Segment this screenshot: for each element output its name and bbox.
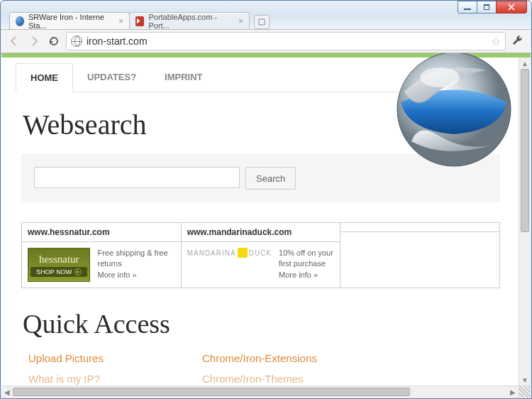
maximize-button[interactable] xyxy=(477,1,497,13)
ad-empty xyxy=(340,223,499,288)
scroll-thumb[interactable] xyxy=(521,69,529,232)
vertical-scrollbar[interactable]: ▲ ▼ xyxy=(519,58,531,386)
link-themes[interactable]: Chrome/Iron-Themes xyxy=(202,373,376,385)
ad-more-link[interactable]: More info » xyxy=(97,270,136,279)
link-what-is-my-ip[interactable]: What is my IP? xyxy=(28,373,202,385)
play-icon xyxy=(74,268,82,275)
ad-more-link[interactable]: More info » xyxy=(279,270,318,279)
url-text: iron-start.com xyxy=(87,35,487,47)
quick-links: Upload Pictures What is my IP? Chrome/Ir… xyxy=(16,352,506,385)
horizontal-scrollbar[interactable]: ◀ ▶ xyxy=(1,386,531,398)
hessnatur-banner[interactable]: hessnatur SHOP NOW xyxy=(28,248,90,282)
resize-grip-icon[interactable] xyxy=(519,386,531,398)
forward-button[interactable] xyxy=(26,33,42,49)
duck-icon xyxy=(238,248,248,258)
window-controls xyxy=(458,1,527,13)
link-upload-pictures[interactable]: Upload Pictures xyxy=(28,352,202,364)
srware-iron-logo-icon xyxy=(394,53,514,170)
toolbar: iron-start.com ☆ xyxy=(1,29,531,53)
ad-copy: 10% off on your first purchase xyxy=(279,248,334,270)
minimize-button[interactable] xyxy=(458,1,477,13)
svg-point-1 xyxy=(420,67,460,87)
close-button[interactable] xyxy=(496,1,527,13)
wrench-menu-button[interactable] xyxy=(510,34,526,48)
tab-close-icon[interactable]: × xyxy=(234,16,243,26)
browser-window: SRWare Iron - Interne Sta... × PortableA… xyxy=(0,0,532,399)
reload-button[interactable] xyxy=(46,33,62,49)
globe-icon xyxy=(71,35,82,47)
logo-part-left: MANDARINA xyxy=(187,249,236,257)
ad-domain xyxy=(340,223,499,232)
nav-home[interactable]: HOME xyxy=(16,63,73,92)
ad-hessnatur: www.hessnatur.com hessnatur SHOP NOW Fre… xyxy=(22,223,182,288)
search-input[interactable] xyxy=(34,167,240,188)
banner-logo-text: hessnatur xyxy=(39,253,79,266)
viewport: HOME UPDATES? IMPRINT Websearch Search w… xyxy=(1,53,531,386)
search-button[interactable]: Search xyxy=(245,167,296,190)
address-bar[interactable]: iron-start.com ☆ xyxy=(66,32,506,50)
back-button[interactable] xyxy=(6,33,22,49)
ad-domain: www.hessnatur.com xyxy=(22,223,181,242)
tab-close-icon[interactable]: × xyxy=(114,16,123,26)
tab-iron-start[interactable]: SRWare Iron - Interne Sta... × xyxy=(9,12,130,29)
ad-domain: www.mandarinaduck.com xyxy=(182,223,340,242)
portableapps-favicon-icon xyxy=(135,16,144,26)
bookmark-star-icon[interactable]: ☆ xyxy=(491,35,501,48)
tab-portableapps[interactable]: PortableApps.com - Port... × xyxy=(129,12,250,29)
scroll-up-icon[interactable]: ▲ xyxy=(519,58,531,69)
sponsored-row: www.hessnatur.com hessnatur SHOP NOW Fre… xyxy=(21,222,500,288)
scroll-thumb[interactable] xyxy=(13,388,410,396)
iron-favicon-icon xyxy=(16,16,24,26)
page-content: HOME UPDATES? IMPRINT Websearch Search w… xyxy=(1,63,519,385)
new-tab-button[interactable] xyxy=(254,15,270,29)
ad-copy: Free shipping & free returns xyxy=(97,248,174,270)
scroll-right-icon[interactable]: ▶ xyxy=(507,386,519,398)
tab-title: PortableApps.com - Port... xyxy=(148,13,230,30)
tab-strip: SRWare Iron - Interne Sta... × PortableA… xyxy=(1,11,531,29)
scroll-down-icon[interactable]: ▼ xyxy=(519,374,531,386)
ad-mandarinaduck: www.mandarinaduck.com MANDARINA DUCK 10%… xyxy=(182,223,341,288)
link-extensions[interactable]: Chrome/Iron-Extensions xyxy=(202,352,376,364)
mandarinaduck-logo[interactable]: MANDARINA DUCK xyxy=(187,248,272,258)
tab-title: SRWare Iron - Interne Sta... xyxy=(28,13,110,30)
banner-cta: SHOP NOW xyxy=(36,268,72,275)
scroll-left-icon[interactable]: ◀ xyxy=(1,386,13,398)
nav-imprint[interactable]: IMPRINT xyxy=(150,63,216,92)
logo-part-right: DUCK xyxy=(249,249,272,257)
nav-updates[interactable]: UPDATES? xyxy=(73,63,150,92)
quickaccess-heading: Quick Access xyxy=(23,308,506,339)
